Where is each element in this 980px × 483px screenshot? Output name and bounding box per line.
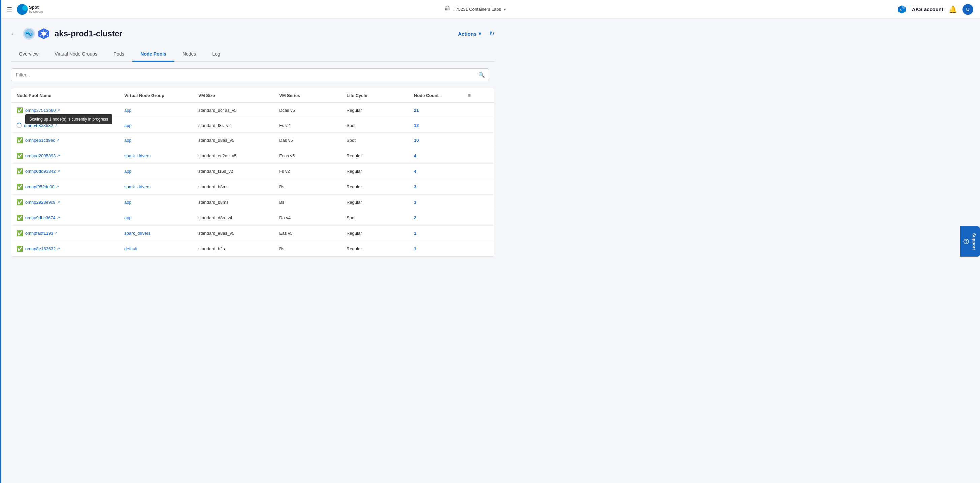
td-vm-size: standard_b8ms xyxy=(193,179,274,194)
td-vng[interactable]: spark_drivers xyxy=(119,148,193,163)
td-life-cycle: Regular xyxy=(341,226,409,241)
support-button[interactable]: Support xyxy=(960,226,980,257)
external-link-icon: ↗ xyxy=(57,154,60,158)
status-ok-icon: ✅ xyxy=(16,107,23,113)
actions-label: Actions xyxy=(458,31,477,37)
svg-text:by NetApp: by NetApp xyxy=(29,10,43,13)
td-vng[interactable]: spark_drivers xyxy=(119,226,193,241)
aks-account-label: AKS account xyxy=(912,6,943,12)
filter-input[interactable] xyxy=(11,69,489,81)
td-vm-size: standard_d8as_v5 xyxy=(193,133,274,148)
td-col-spacer xyxy=(462,133,476,148)
td-vm-size: standard_f8s_v2 xyxy=(193,118,274,132)
td-node-pool-name: ✅ omnpf952de00 ↗ xyxy=(11,179,119,194)
refresh-button[interactable]: ↻ xyxy=(489,30,495,37)
th-node-count[interactable]: Node Count ↓ xyxy=(409,88,462,102)
td-life-cycle: Regular xyxy=(341,148,409,163)
td-node-count[interactable]: 2 xyxy=(409,210,462,225)
node-pool-link[interactable]: omnp8e163632 ↗ xyxy=(25,246,60,251)
td-col-spacer xyxy=(462,103,476,118)
node-pool-link[interactable]: omnpf952de00 ↗ xyxy=(25,184,59,189)
table-row: ✅ omnp0dd93842 ↗ app standard_f16s_v2 Fs… xyxy=(11,164,494,179)
node-pool-link[interactable]: omnp37513b60 ↗ xyxy=(25,108,60,113)
search-icon[interactable]: 🔍 xyxy=(478,72,485,78)
td-life-cycle: Regular xyxy=(341,103,409,118)
svg-text:Spot: Spot xyxy=(29,5,39,10)
td-node-count[interactable]: 3 xyxy=(409,179,462,194)
td-vng[interactable]: default xyxy=(119,241,193,256)
td-node-count[interactable]: 4 xyxy=(409,164,462,179)
node-pool-link[interactable]: omnp9dbc3674 ↗ xyxy=(25,215,60,220)
column-picker-icon xyxy=(468,92,471,98)
td-node-count[interactable]: 3 xyxy=(409,194,462,210)
td-vm-series: Bs xyxy=(274,241,341,256)
hamburger-icon[interactable]: ☰ xyxy=(7,6,12,13)
td-vm-size: standard_d8a_v4 xyxy=(193,210,274,225)
th-vm-size: VM Size xyxy=(193,88,274,102)
back-button[interactable]: ← xyxy=(11,30,18,38)
td-node-count[interactable]: 4 xyxy=(409,148,462,163)
td-vm-series: Ecas v5 xyxy=(274,148,341,163)
td-node-count[interactable]: 1 xyxy=(409,226,462,241)
td-vm-size: standard_e8as_v5 xyxy=(193,226,274,241)
td-vng[interactable]: app xyxy=(119,164,193,179)
org-dropdown-arrow[interactable]: ▾ xyxy=(504,7,506,12)
td-node-pool-name: ✅ omnp0dd93842 ↗ xyxy=(11,164,119,179)
status-ok-icon: ✅ xyxy=(16,215,23,221)
tab-nodes[interactable]: Nodes xyxy=(175,47,204,62)
tooltip-wrap: omnp37513b60 ↗ Scaling up 1 node(s) is c… xyxy=(25,108,60,113)
td-vm-size: standard_b2s xyxy=(193,241,274,256)
td-node-count[interactable]: 10 xyxy=(409,133,462,148)
node-pool-link[interactable]: omnp0dd93842 ↗ xyxy=(25,169,60,174)
td-node-count[interactable]: 21 xyxy=(409,103,462,118)
node-pool-link[interactable]: omnpfabf1193 ↗ xyxy=(25,231,57,236)
status-ok-icon: ✅ xyxy=(16,199,23,206)
td-vng[interactable]: app xyxy=(119,118,193,132)
status-ok-icon: ✅ xyxy=(16,245,23,252)
svg-rect-15 xyxy=(468,94,468,96)
status-ok-icon: ✅ xyxy=(16,137,23,143)
support-icon xyxy=(964,239,969,244)
column-picker-button[interactable] xyxy=(462,88,476,102)
node-pool-link[interactable]: omnpeb1cd9ec ↗ xyxy=(25,138,60,143)
td-vm-size: standard_b8ms xyxy=(193,194,274,210)
bell-icon[interactable]: 🔔 xyxy=(949,5,957,13)
filter-input-wrap: 🔍 xyxy=(11,69,489,81)
node-pool-link[interactable]: omnp2923e9c9 ↗ xyxy=(25,200,60,205)
table-row: ✅ omnp9dbc3674 ↗ app standard_d8a_v4 Da … xyxy=(11,210,494,226)
table-body: ✅ omnp37513b60 ↗ Scaling up 1 node(s) is… xyxy=(11,103,494,256)
td-node-count[interactable]: 12 xyxy=(409,118,462,132)
td-vng[interactable]: app xyxy=(119,194,193,210)
tab-pods[interactable]: Pods xyxy=(105,47,132,62)
tab-virtual-node-groups[interactable]: Virtual Node Groups xyxy=(46,47,105,62)
td-vm-series: Da v4 xyxy=(274,210,341,225)
td-vng[interactable]: spark_drivers xyxy=(119,179,193,194)
tab-node-pools[interactable]: Node Pools xyxy=(132,47,175,62)
td-node-pool-name: ✅ omnpeb1cd9ec ↗ xyxy=(11,133,119,148)
user-avatar[interactable]: U xyxy=(963,4,973,15)
status-loading-icon xyxy=(16,123,22,128)
td-vng[interactable]: app xyxy=(119,103,193,118)
tab-log[interactable]: Log xyxy=(204,47,228,62)
main-content: ← aks-prod1-cluster Actions ▾ xyxy=(0,19,505,265)
td-life-cycle: Spot xyxy=(341,133,409,148)
td-vng[interactable]: app xyxy=(119,133,193,148)
td-life-cycle: Spot xyxy=(341,118,409,132)
actions-button[interactable]: Actions ▾ xyxy=(458,31,481,37)
node-pool-link[interactable]: omnpd2095893 ↗ xyxy=(25,153,60,158)
td-col-spacer xyxy=(462,226,476,241)
external-link-icon: ↗ xyxy=(54,123,57,128)
th-life-cycle: Life Cycle xyxy=(341,88,409,102)
td-life-cycle: Regular xyxy=(341,241,409,256)
node-pool-link[interactable]: omnp4f833632 ↗ xyxy=(24,123,57,128)
td-vng[interactable]: app xyxy=(119,210,193,225)
td-vm-series: Dcas v5 xyxy=(274,103,341,118)
table-row: ✅ omnpeb1cd9ec ↗ app standard_d8as_v5 Da… xyxy=(11,133,494,148)
table-row: ✅ omnp37513b60 ↗ Scaling up 1 node(s) is… xyxy=(11,103,494,118)
header-actions: Actions ▾ ↻ xyxy=(458,30,495,37)
tab-overview[interactable]: Overview xyxy=(11,47,46,62)
td-life-cycle: Regular xyxy=(341,179,409,194)
table-row: ✅ omnp8e163632 ↗ default standard_b2s Bs… xyxy=(11,241,494,256)
external-link-icon: ↗ xyxy=(57,247,60,251)
td-node-count[interactable]: 1 xyxy=(409,241,462,256)
